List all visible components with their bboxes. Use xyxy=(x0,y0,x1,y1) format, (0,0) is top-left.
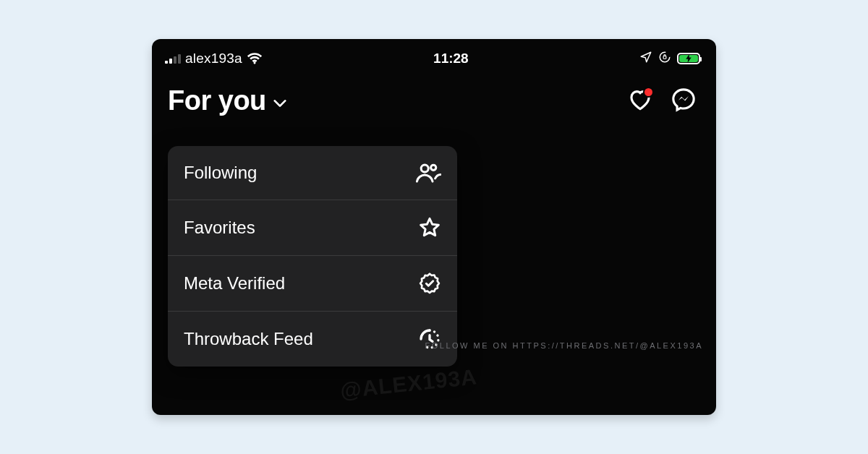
page-title: For you xyxy=(168,85,266,116)
verified-badge-icon xyxy=(418,272,441,295)
menu-item-throwback-feed[interactable]: Throwback Feed xyxy=(168,311,457,367)
chevron-down-icon xyxy=(273,98,286,111)
menu-item-label: Throwback Feed xyxy=(184,329,313,349)
activity-button[interactable] xyxy=(628,88,652,114)
app-screenshot: alex193a 11:28 xyxy=(152,39,716,415)
menu-item-following[interactable]: Following xyxy=(168,146,457,200)
battery-charging-icon xyxy=(677,53,700,64)
status-bar: alex193a 11:28 xyxy=(152,39,716,75)
feed-selector-button[interactable]: For you xyxy=(168,85,286,116)
svg-point-3 xyxy=(431,165,436,170)
menu-item-label: Favorites xyxy=(184,218,255,238)
cell-signal-icon xyxy=(165,53,181,64)
carrier-label: alex193a xyxy=(185,51,242,67)
feed-menu: Following Favorites xyxy=(168,146,457,367)
watermark-handle: @ALEX193A xyxy=(339,364,478,403)
star-icon xyxy=(418,216,441,239)
menu-item-meta-verified[interactable]: Meta Verified xyxy=(168,255,457,311)
wifi-icon xyxy=(247,53,263,64)
notification-dot-icon xyxy=(643,87,654,98)
messenger-icon xyxy=(671,87,696,112)
watermark-follow-text: FOLLOW ME ON HTTPS://THREADS.NET/@ALEX19… xyxy=(425,341,703,350)
people-icon xyxy=(415,162,441,184)
app-header: For you xyxy=(152,75,716,119)
messenger-button[interactable] xyxy=(671,87,696,115)
svg-point-0 xyxy=(660,52,670,62)
svg-rect-1 xyxy=(663,56,666,59)
location-arrow-icon xyxy=(639,51,652,67)
menu-item-label: Following xyxy=(184,163,257,183)
status-time: 11:28 xyxy=(433,51,469,67)
menu-item-label: Meta Verified xyxy=(184,273,285,294)
menu-item-favorites[interactable]: Favorites xyxy=(168,200,457,255)
rotation-lock-icon xyxy=(658,51,671,67)
svg-point-2 xyxy=(421,165,428,172)
